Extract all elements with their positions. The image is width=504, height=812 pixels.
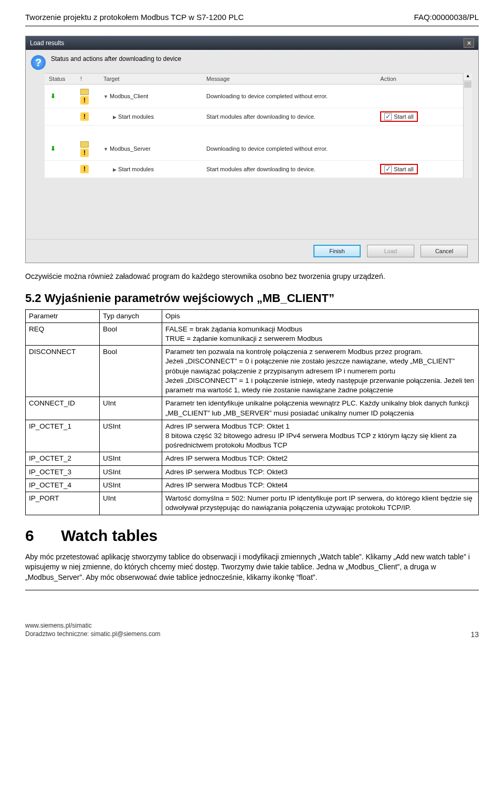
start-all-checkbox[interactable] — [384, 113, 392, 120]
load-results-dialog: Load results ✕ ? Status and actions afte… — [25, 36, 479, 263]
dialog-subtitle: Status and actions after downloading to … — [51, 55, 181, 63]
download-ok-icon: ⬇ — [49, 92, 57, 100]
footer-link: www.siemens.pl/simatic — [25, 622, 161, 630]
param-desc-line: Adres IP serwera Modbus TCP: Oktet3 — [165, 467, 475, 477]
param-desc-line: Jeżeli „DISCONNECT” = 1 i połączenie ist… — [165, 376, 475, 395]
start-all-checkbox-group[interactable]: Start all — [380, 164, 417, 174]
start-all-label: Start all — [394, 166, 413, 172]
warning-icon: ! — [80, 149, 89, 157]
param-name: IP_OCTET_3 — [26, 465, 100, 478]
load-results-table: Status ! Target Message Action ⬇ !▼ Modb… — [45, 73, 463, 178]
param-desc-line: Wartość domyślna = 502: Numer portu IP i… — [165, 494, 475, 513]
action-cell: Start all — [376, 108, 463, 126]
th-action: Action — [376, 74, 463, 85]
parameter-table: Parametr Typ danych Opis REQBoolFALSE = … — [25, 309, 479, 515]
target-cell: ▶ Start modules — [99, 108, 202, 126]
param-desc-line: Jeżeli „DISCONNECT” = 0 i połączenie nie… — [165, 357, 475, 376]
info-cell: ! — [76, 108, 99, 126]
header-divider — [25, 26, 479, 26]
section-6-heading: 6 Watch tables — [25, 527, 479, 545]
info-cell: ! — [76, 137, 99, 161]
action-cell — [376, 137, 463, 161]
device-icon — [80, 88, 89, 96]
param-name: IP_OCTET_4 — [26, 478, 100, 492]
section-5-2-title: 5.2 Wyjaśnienie parametrów wejściowych „… — [25, 292, 479, 305]
param-type: USInt — [100, 420, 162, 452]
doc-title-right: FAQ:00000038/PL — [414, 13, 479, 22]
th-type: Typ danych — [100, 309, 162, 322]
footer-divider — [25, 590, 479, 590]
table-row: IP_OCTET_3USIntAdres IP serwera Modbus T… — [26, 465, 479, 478]
table-row: IP_OCTET_1USIntAdres IP serwera Modbus T… — [26, 420, 479, 452]
doc-title-left: Tworzenie projektu z protokołem Modbus T… — [25, 13, 244, 22]
dialog-title: Load results — [30, 39, 64, 47]
download-ok-icon: ⬇ — [49, 144, 57, 153]
param-name: IP_OCTET_2 — [26, 452, 100, 465]
th-desc: Opis — [162, 309, 479, 322]
param-desc-line: TRUE = żądanie komunikacji z serwerem Mo… — [165, 334, 475, 343]
param-desc-line: Adres IP serwera Modbus TCP: Oktet2 — [165, 454, 475, 463]
param-desc-line: FALSE = brak żądania komunikacji Modbus — [165, 325, 475, 334]
cancel-button[interactable]: Cancel — [421, 245, 468, 257]
th-status: Status — [45, 74, 76, 85]
param-desc-line: Parametr ten identyfikuje unikalne połąc… — [165, 399, 475, 418]
action-cell — [376, 85, 463, 108]
param-desc: FALSE = brak żądania komunikacji ModbusT… — [162, 322, 479, 345]
target-label: Modbus_Client — [110, 93, 148, 99]
action-cell: Start all — [376, 161, 463, 178]
param-desc: Wartość domyślna = 502: Numer portu IP i… — [162, 492, 479, 515]
chevron-down-icon[interactable]: ▼ — [103, 94, 108, 99]
warning-icon: ! — [80, 96, 89, 105]
table-row: IP_OCTET_4USIntAdres IP serwera Modbus T… — [26, 478, 479, 492]
status-cell — [45, 161, 76, 178]
start-all-checkbox-group[interactable]: Start all — [380, 111, 417, 122]
section-6-number: 6 — [25, 527, 57, 545]
chevron-right-icon[interactable]: ▶ — [113, 167, 117, 172]
chevron-down-icon[interactable]: ▼ — [103, 147, 108, 152]
table-row: DISCONNECTBoolParametr ten pozwala na ko… — [26, 346, 479, 397]
table-row: ⬇ !▼ Modbus_ClientDownloading to device … — [45, 85, 463, 108]
param-desc: Adres IP serwera Modbus TCP: Oktet4 — [162, 478, 479, 492]
param-desc-line: 8 bitowa część 32 bitowego adresu IP IPv… — [165, 431, 475, 450]
th-target: Target — [99, 74, 202, 85]
close-icon[interactable]: ✕ — [464, 38, 474, 48]
param-type: USInt — [100, 465, 162, 478]
table-row: IP_PORTUIntWartość domyślna = 502: Numer… — [26, 492, 479, 515]
load-button[interactable]: Load — [367, 245, 414, 257]
target-label: Start modules — [118, 166, 154, 172]
start-all-checkbox[interactable] — [384, 165, 392, 173]
table-row: !▶ Start modulesStart modules after down… — [45, 161, 463, 178]
target-cell: ▼ Modbus_Server — [99, 137, 202, 161]
message-cell: Downloading to device completed without … — [202, 85, 376, 108]
th-message: Message — [202, 74, 376, 85]
table-row: IP_OCTET_2USIntAdres IP serwera Modbus T… — [26, 452, 479, 465]
param-desc-line: Parametr ten pozwala na kontrolę połącze… — [165, 347, 475, 357]
param-desc: Adres IP serwera Modbus TCP: Oktet3 — [162, 465, 479, 478]
scroll-thumb[interactable] — [464, 81, 471, 88]
section-6-title: Watch tables — [61, 527, 158, 544]
scrollbar[interactable]: ▲ — [463, 73, 472, 178]
table-row: !▶ Start modulesStart modules after down… — [45, 108, 463, 126]
scroll-up-icon[interactable]: ▲ — [464, 73, 472, 81]
status-cell: ⬇ — [45, 85, 76, 108]
param-type: UInt — [100, 492, 162, 515]
param-name: REQ — [26, 322, 100, 345]
info-cell: ! — [76, 161, 99, 178]
param-desc: Adres IP serwera Modbus TCP: Oktet2 — [162, 452, 479, 465]
param-desc: Parametr ten identyfikuje unikalne połąc… — [162, 397, 479, 420]
chevron-right-icon[interactable]: ▶ — [113, 114, 117, 120]
paragraph-after-dialog: Oczywiście można również załadować progr… — [25, 272, 479, 282]
warning-icon: ! — [80, 165, 89, 173]
param-type: Bool — [100, 346, 162, 397]
finish-button[interactable]: Finish — [313, 245, 361, 257]
th-i: ! — [76, 74, 99, 85]
param-type: USInt — [100, 452, 162, 465]
info-cell: ! — [76, 85, 99, 108]
param-desc-line: Adres IP serwera Modbus TCP: Oktet 1 — [165, 422, 475, 431]
param-desc-line: Adres IP serwera Modbus TCP: Oktet4 — [165, 481, 475, 490]
page-number: 13 — [470, 630, 479, 639]
question-icon: ? — [31, 55, 46, 70]
param-type: USInt — [100, 478, 162, 492]
param-name: IP_OCTET_1 — [26, 420, 100, 452]
message-cell: Start modules after downloading to devic… — [202, 161, 376, 178]
